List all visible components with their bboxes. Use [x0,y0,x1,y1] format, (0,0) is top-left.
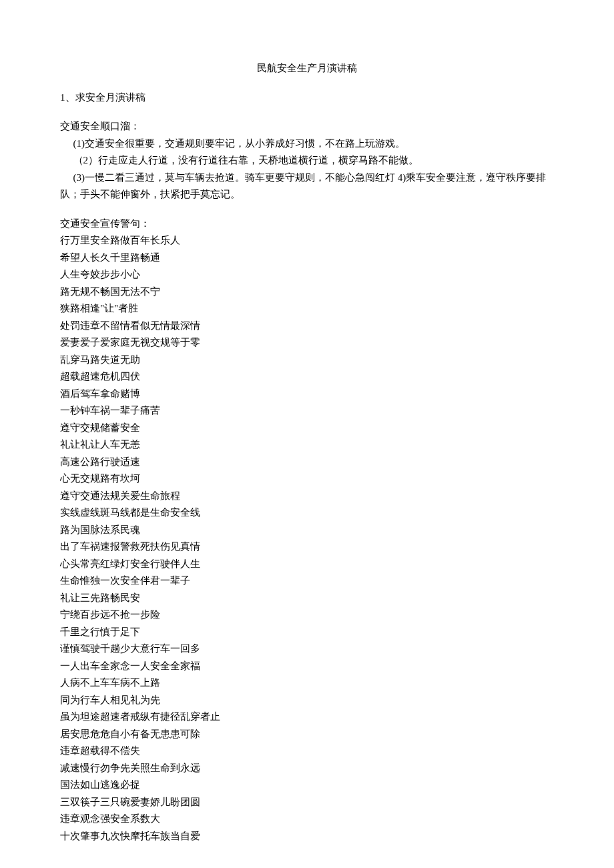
slogan-item: 国法如山逃逸必捉 [60,777,554,794]
section-1-heading: 1、求安全月演讲稿 [60,89,554,107]
slogan-item: 高速公路行驶适速 [60,454,554,471]
slogan-item: 谨慎驾驶千趟少大意行车一回多 [60,640,554,658]
slogan-item: 人生夸姣步步小心 [60,266,554,284]
slogan-item: 居安思危危自小有备无患患可除 [60,726,554,743]
slogan-item: 礼让礼让人车无恙 [60,436,554,454]
slogan-item: 乱穿马路失道无助 [60,352,554,369]
page-title: 民航安全生产月演讲稿 [60,60,554,77]
slogan-item: 心无交规路有坎坷 [60,470,554,488]
slogan-item: 人病不上车车病不上路 [60,675,554,692]
slogan-item: 爱妻爱子爱家庭无视交规等于零 [60,334,554,352]
jingle-line-3: (3)一慢二看三通过，莫与车辆去抢道。骑车更要守规则，不能心急闯红灯 4)乘车安… [60,169,554,203]
slogan-item: 千里之行慎于足下 [60,624,554,641]
slogan-item: 行万里安全路做百年长乐人 [60,232,554,250]
slogan-item: 十次肇事九次快摩托车族当自爱 [60,828,554,845]
jingle-intro: 交通安全顺口溜： [60,118,554,135]
slogan-item: 酒后驾车拿命赌博 [60,386,554,403]
jingle-line-2: （2）行走应走人行道，没有行道往右靠，天桥地道横行道，横穿马路不能做。 [60,152,554,169]
slogan-intro: 交通安全宣传警句： [60,215,554,233]
slogan-item: 遵守交通法规关爱生命旅程 [60,488,554,505]
slogan-item: 处罚违章不留情看似无情最深情 [60,318,554,335]
slogan-item: 一人出车全家念一人安全全家福 [60,658,554,675]
slogan-item: 超载超速危机四伏 [60,368,554,386]
slogan-item: 心头常亮红绿灯安全行驶伴人生 [60,556,554,573]
slogan-item: 同为行车人相见礼为先 [60,692,554,709]
slogan-item: 违章观念强安全系数大 [60,811,554,828]
slogan-item: 违章超载得不偿失 [60,743,554,760]
slogan-item: 三双筷子三只碗爱妻娇儿盼团圆 [60,794,554,811]
slogan-item: 实线虚线斑马线都是生命安全线 [60,504,554,522]
slogan-item: 一秒钟车祸一辈子痛苦 [60,402,554,420]
jingle-line-1: (1)交通安全很重要，交通规则要牢记，从小养成好习惯，不在路上玩游戏。 [60,135,554,153]
slogan-item: 生命惟独一次安全伴君一辈子 [60,572,554,590]
slogan-item: 虽为坦途超速者戒纵有捷径乱穿者止 [60,709,554,726]
slogan-item: 出了车祸速报警救死扶伤见真情 [60,538,554,556]
slogan-item: 希望人长久千里路畅通 [60,250,554,267]
slogan-item: 路为国脉法系民魂 [60,522,554,539]
slogan-item: 遵守交规储蓄安全 [60,420,554,437]
slogan-item: 礼让三先路畅民安 [60,590,554,607]
slogan-item: 路无规不畅国无法不宁 [60,284,554,301]
document-page: 民航安全生产月演讲稿 1、求安全月演讲稿 交通安全顺口溜： (1)交通安全很重要… [0,0,614,868]
slogan-item: 宁绕百步远不抢一步险 [60,606,554,624]
slogan-item: 减速慢行勿争先关照生命到永远 [60,760,554,777]
slogan-item: 狭路相逢"让"者胜 [60,300,554,318]
